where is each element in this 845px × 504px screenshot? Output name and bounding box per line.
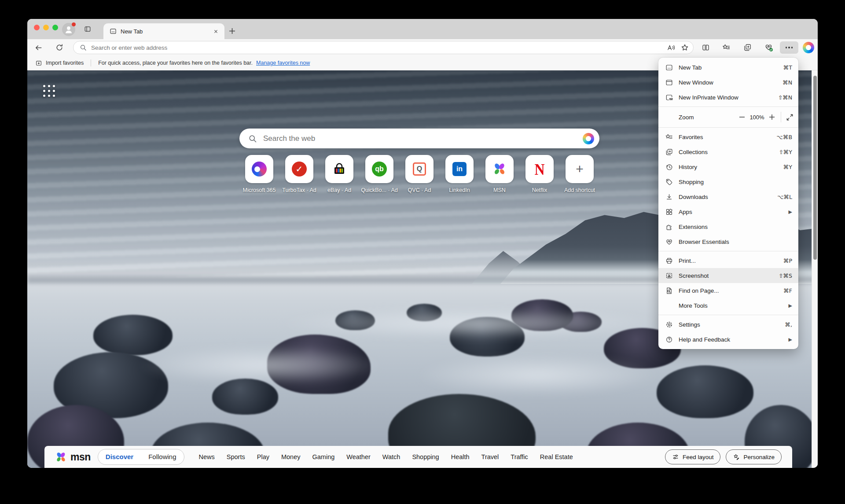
scrollbar-thumb[interactable]: [813, 76, 817, 260]
back-button[interactable]: [33, 42, 44, 53]
shortcut-netflix[interactable]: N Netflix: [525, 155, 554, 193]
nav-money[interactable]: Money: [281, 453, 301, 460]
macos-close-button[interactable]: [34, 25, 40, 30]
menu-item-label: Shopping: [679, 179, 792, 185]
menu-item-new-window[interactable]: New Window ⌘N: [658, 75, 798, 90]
import-favorites-button[interactable]: Import favorites: [35, 60, 84, 66]
menu-item-browser-essentials[interactable]: Browser Essentials: [658, 234, 798, 249]
shortcut-turbotax[interactable]: ✓ TurboTax · Ad: [285, 155, 313, 193]
add-shortcut-button[interactable]: + Add shortcut: [566, 155, 594, 193]
linkedin-icon: in: [452, 162, 467, 176]
collections-icon[interactable]: [742, 42, 753, 53]
menu-item-print[interactable]: Print... ⌘P: [658, 253, 798, 268]
favorites-icon[interactable]: [721, 42, 731, 53]
menu-item-new-inprivate-window[interactable]: New InPrivate Window ⇧⌘N: [658, 90, 798, 105]
zoom-in-button[interactable]: [768, 113, 776, 121]
tab-discover[interactable]: Discover: [98, 449, 141, 464]
split-screen-icon[interactable]: [700, 42, 711, 53]
submenu-arrow-icon: ▶: [789, 209, 792, 215]
nav-real-estate[interactable]: Real Estate: [540, 453, 573, 460]
menu-item-screenshot[interactable]: Screenshot ⇧⌘S: [658, 268, 798, 283]
personalize-button[interactable]: Personalize: [726, 449, 782, 464]
menu-item-shortcut: ⌘F: [783, 287, 792, 294]
tab-strip: New Tab: [27, 19, 818, 39]
manage-favorites-link[interactable]: Manage favorites now: [256, 60, 310, 66]
shortcut-qvc[interactable]: Q QVC · Ad: [405, 155, 434, 193]
menu-item-help-and-feedback[interactable]: Help and Feedback ▶: [658, 332, 798, 347]
shortcut-microsoft-365[interactable]: Microsoft 365: [245, 155, 273, 193]
web-search-bar[interactable]: [239, 129, 599, 148]
menu-item-label: Help and Feedback: [679, 336, 789, 343]
menu-item-collections[interactable]: Collections ⇧⌘Y: [658, 144, 798, 159]
background-photo: [212, 379, 278, 415]
tab-following[interactable]: Following: [141, 449, 184, 464]
help-icon: [665, 336, 673, 343]
address-bar[interactable]: [73, 41, 694, 54]
menu-item-shopping[interactable]: Shopping: [658, 174, 798, 189]
copilot-icon[interactable]: [803, 42, 814, 53]
toolbar: [27, 39, 818, 56]
web-search-input[interactable]: [263, 134, 583, 143]
menu-item-history[interactable]: History ⌘Y: [658, 159, 798, 174]
menu-item-apps[interactable]: Apps ▶: [658, 204, 798, 219]
read-aloud-icon[interactable]: [667, 44, 676, 52]
fullscreen-button[interactable]: [786, 113, 794, 121]
nav-weather[interactable]: Weather: [346, 453, 371, 460]
menu-item-shortcut: ⌥⌘L: [777, 194, 792, 200]
divider: [91, 59, 91, 66]
menu-item-zoom: Zoom 100%: [658, 109, 798, 125]
ebay-icon: [332, 162, 346, 176]
macos-maximize-button[interactable]: [52, 25, 58, 30]
workspaces-icon[interactable]: [84, 26, 92, 33]
copilot-icon[interactable]: [583, 133, 594, 144]
menu-divider: [658, 127, 798, 128]
msn-logo[interactable]: msn: [55, 451, 91, 463]
shortcut-ebay[interactable]: eBay · Ad: [325, 155, 353, 193]
print-icon: [665, 257, 673, 265]
macos-minimize-button[interactable]: [43, 25, 49, 30]
menu-item-label: Downloads: [679, 194, 777, 200]
nav-gaming[interactable]: Gaming: [312, 453, 334, 460]
profile-avatar[interactable]: [62, 23, 75, 36]
nav-traffic[interactable]: Traffic: [511, 453, 528, 460]
tab-close-button[interactable]: [211, 27, 220, 36]
menu-item-new-tab[interactable]: New Tab ⌘T: [658, 60, 798, 75]
microsoft-365-icon: [252, 162, 267, 177]
shortcut-label: Add shortcut: [564, 187, 595, 193]
shortcut-label: QuickBo... · Ad: [361, 187, 397, 193]
menu-item-extensions[interactable]: Extensions: [658, 219, 798, 234]
menu-item-shortcut: ⌘T: [783, 64, 792, 71]
menu-item-find-on-page[interactable]: Find on Page... ⌘F: [658, 283, 798, 298]
nav-play[interactable]: Play: [257, 453, 269, 460]
feed-layout-button[interactable]: Feed layout: [665, 449, 721, 464]
nav-health[interactable]: Health: [451, 453, 470, 460]
menu-item-label: Settings: [679, 321, 785, 328]
more-menu-button[interactable]: [780, 41, 798, 54]
background-photo: [137, 346, 384, 385]
app-launcher-button[interactable]: [43, 85, 55, 97]
shortcut-quickbooks[interactable]: qb QuickBo... · Ad: [365, 155, 393, 193]
new-tab-button[interactable]: [228, 27, 236, 35]
plus-icon: +: [576, 162, 584, 177]
refresh-button[interactable]: [54, 42, 65, 53]
add-favorite-icon[interactable]: [681, 44, 689, 52]
tab-new-tab[interactable]: New Tab: [103, 23, 224, 39]
nav-watch[interactable]: Watch: [382, 453, 400, 460]
nav-travel[interactable]: Travel: [481, 453, 499, 460]
menu-item-more-tools[interactable]: More Tools ▶: [658, 298, 798, 313]
zoom-out-button[interactable]: [738, 113, 746, 121]
menu-item-label: More Tools: [679, 302, 789, 309]
menu-item-settings[interactable]: Settings ⌘,: [658, 317, 798, 332]
browser-essentials-icon[interactable]: [764, 42, 774, 53]
favorites-bar-message: For quick access, place your favorites h…: [98, 60, 253, 66]
menu-item-favorites[interactable]: Favorites ⌥⌘B: [658, 129, 798, 144]
nav-sports[interactable]: Sports: [227, 453, 245, 460]
scrollbar[interactable]: [812, 70, 818, 468]
shortcut-linkedin[interactable]: in LinkedIn: [445, 155, 474, 193]
shortcut-msn[interactable]: MSN: [485, 155, 514, 193]
nav-news[interactable]: News: [199, 453, 215, 460]
address-input[interactable]: [91, 44, 667, 51]
menu-item-downloads[interactable]: Downloads ⌥⌘L: [658, 189, 798, 204]
apps-icon: [665, 208, 673, 216]
nav-shopping[interactable]: Shopping: [412, 453, 439, 460]
